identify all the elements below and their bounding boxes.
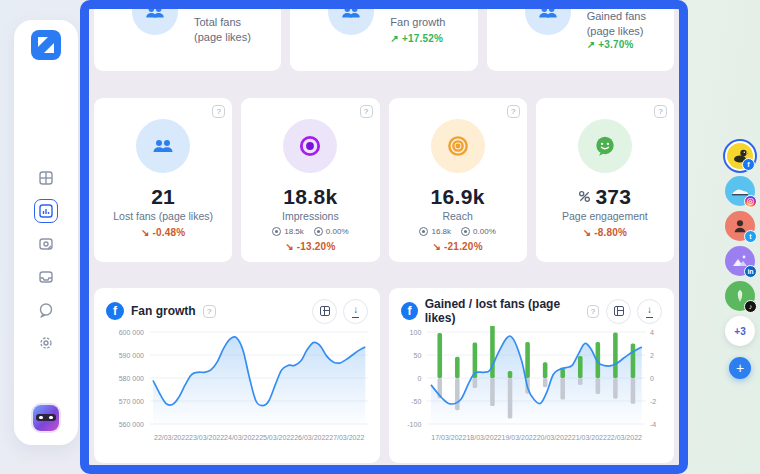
- download-button[interactable]: ↓: [343, 299, 368, 324]
- stat-card-row: ? 21 Lost fans (page likes) ↘ -0.48% ? 1…: [94, 98, 674, 262]
- stat-label: Lost fans (page likes): [113, 210, 213, 222]
- chart-area: 100500-50-100 420-2-4: [401, 326, 662, 430]
- profile-avatar-linkedin[interactable]: in: [725, 246, 755, 276]
- download-icon: ↓: [353, 305, 358, 315]
- profile-avatar-facebook[interactable]: f: [725, 141, 755, 171]
- lost-fans-card: ? 21 Lost fans (page likes) ↘ -0.48%: [94, 98, 232, 262]
- dashboard-icon[interactable]: [34, 166, 58, 190]
- profile-avatar-tiktok[interactable]: ♪: [725, 281, 755, 311]
- table-icon: [320, 306, 330, 316]
- download-button[interactable]: ↓: [637, 299, 662, 324]
- twitter-badge-icon: t: [744, 230, 757, 243]
- stat-label: Impressions: [282, 210, 339, 222]
- trend-down-icon: ↘: [583, 227, 592, 238]
- help-icon[interactable]: ?: [507, 105, 520, 118]
- change-badge: ↘ -0.48%: [141, 227, 185, 238]
- table-view-button[interactable]: [606, 299, 631, 324]
- help-icon[interactable]: ?: [203, 305, 216, 318]
- download-icon: ↓: [647, 305, 652, 315]
- table-view-button[interactable]: [312, 299, 337, 324]
- publisher-icon[interactable]: [34, 232, 58, 256]
- change-badge: ↘ -13.20%: [285, 241, 335, 252]
- help-icon[interactable]: ?: [360, 105, 373, 118]
- fan-growth-chart-card: f Fan growth ? ↓ 600 000590 000580 00057…: [94, 288, 380, 463]
- chart-card-row: f Fan growth ? ↓ 600 000590 000580 00057…: [94, 288, 674, 463]
- card-label: Gained fans (page likes): [587, 9, 646, 39]
- users-icon: [328, 0, 374, 35]
- gained-fans-card: Gained fans (page likes) ↗ +3.70%: [487, 0, 674, 71]
- trend-down-icon: ↘: [433, 241, 442, 252]
- y-axis-ticks: 600 000590 000580 000570 000560 000: [106, 326, 150, 430]
- dashboard-content: Total fans (page likes) Fan growth ↗ +17…: [89, 0, 679, 427]
- help-icon[interactable]: ?: [587, 305, 599, 318]
- fan-growth-card: Fan growth ↗ +17.52%: [290, 0, 477, 71]
- stat-label: Page engagement: [562, 210, 648, 222]
- card-label: Fan growth: [390, 15, 445, 30]
- chart-title: Gained / lost fans (page likes): [425, 297, 580, 325]
- page-engagement-card: ? 373 Page engagement ↘ -8.80%: [536, 98, 674, 262]
- impressions-icon: [283, 119, 337, 173]
- user-avatar[interactable]: [33, 405, 59, 431]
- substats: 18.5k 0.00%: [272, 227, 348, 236]
- capture-frame: Total fans (page likes) Fan growth ↗ +17…: [80, 0, 688, 474]
- engagement-icon: [578, 119, 632, 173]
- stat-value: 18.8k: [283, 186, 337, 207]
- tiktok-badge-icon: ♪: [744, 300, 757, 313]
- stat-value: 16.9k: [431, 186, 485, 207]
- summary-card-row: Total fans (page likes) Fan growth ↗ +17…: [94, 0, 674, 71]
- trend-down-icon: ↘: [285, 241, 294, 252]
- total-fans-card: Total fans (page likes): [94, 0, 281, 71]
- chart-header: f Gained / lost fans (page likes) ? ↓: [401, 298, 662, 324]
- chart-header: f Fan growth ? ↓: [106, 298, 368, 324]
- change-badge: ↗ +17.52%: [390, 33, 443, 44]
- sidebar-nav: [34, 166, 58, 355]
- linkedin-badge-icon: in: [744, 265, 757, 278]
- users-icon: [132, 0, 178, 35]
- reach-card: ? 16.9k Reach 16.8k 0.00% ↘ -21.20%: [389, 98, 527, 262]
- change-badge: ↘ -8.80%: [583, 227, 627, 238]
- reach-icon: [431, 119, 485, 173]
- organic-icon: [272, 227, 281, 236]
- stat-value: 21: [151, 186, 175, 207]
- change-badge: ↘ -21.20%: [433, 241, 483, 252]
- chart-title: Fan growth: [131, 304, 196, 318]
- facebook-icon: f: [106, 302, 124, 320]
- inbox-icon[interactable]: [34, 265, 58, 289]
- trend-up-icon: ↗: [390, 33, 399, 44]
- settings-gear-icon[interactable]: [34, 331, 58, 355]
- change-badge: ↗ +3.70%: [587, 39, 634, 50]
- profile-avatar-twitter[interactable]: t: [725, 211, 755, 241]
- app-sidebar: [14, 20, 78, 445]
- right-axis-ticks: 420-2-4: [646, 326, 662, 430]
- impressions-card: ? 18.8k Impressions 18.5k 0.00% ↘ -13.20…: [241, 98, 379, 262]
- stat-label: Reach: [442, 210, 472, 222]
- x-axis-labels: 17/03/202218/03/202219/03/202220/03/2022…: [427, 434, 646, 441]
- table-icon: [614, 306, 624, 316]
- left-axis-ticks: 100500-50-100: [401, 326, 427, 430]
- add-profile-button[interactable]: +: [729, 357, 751, 379]
- percent-icon: [578, 190, 591, 203]
- help-icon[interactable]: ?: [212, 105, 225, 118]
- profile-rail: f t in ♪ +3 +: [721, 141, 759, 379]
- analytics-icon[interactable]: [34, 199, 58, 223]
- bar-line-chart-plot: [427, 326, 646, 430]
- more-profiles-button[interactable]: +3: [725, 316, 755, 346]
- chart-area: 600 000590 000580 000570 000560 000: [106, 326, 368, 430]
- profile-avatar-instagram[interactable]: [725, 176, 755, 206]
- gained-lost-chart-card: f Gained / lost fans (page likes) ? ↓ 10…: [389, 288, 674, 463]
- trend-up-icon: ↗: [587, 39, 596, 50]
- facebook-icon: f: [401, 302, 417, 320]
- facebook-badge-icon: f: [742, 158, 755, 171]
- line-chart-plot: [150, 326, 368, 430]
- paid-icon: [461, 227, 470, 236]
- card-label: Total fans (page likes): [194, 15, 251, 45]
- users-icon: [525, 0, 571, 35]
- stat-value: 373: [578, 186, 631, 207]
- help-icon[interactable]: ?: [654, 105, 667, 118]
- x-axis-labels: 22/03/202223/03/202224/03/202225/03/2022…: [150, 434, 368, 441]
- trend-down-icon: ↘: [141, 227, 150, 238]
- messages-icon[interactable]: [34, 298, 58, 322]
- app-logo[interactable]: [31, 30, 61, 60]
- mascot-glasses-decoration: [36, 414, 56, 421]
- instagram-badge-icon: [744, 195, 757, 208]
